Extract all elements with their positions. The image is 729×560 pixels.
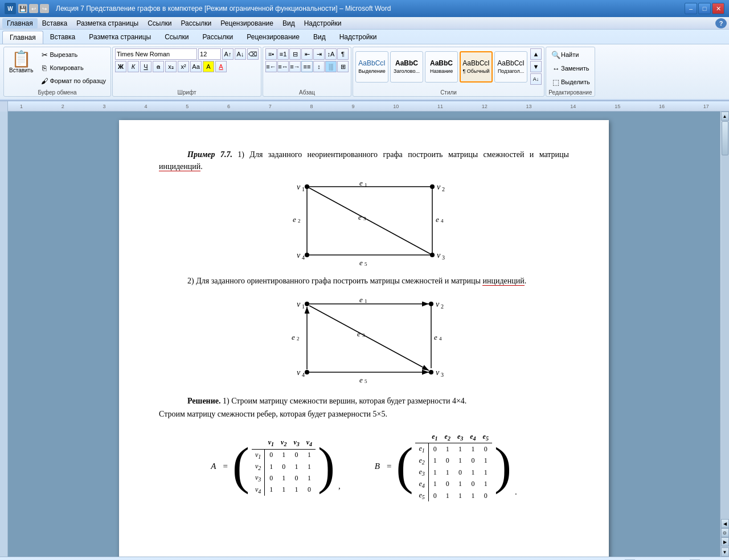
solution-bold-label: Решение. xyxy=(187,397,220,405)
underline-button[interactable]: Ч xyxy=(140,61,151,72)
paste-button[interactable]: 📋 Вставить xyxy=(6,48,36,75)
matrix-a-cell-44: 0 xyxy=(303,484,316,496)
format-painter-button[interactable]: 🖌 Формат по образцу xyxy=(37,75,108,87)
help-icon[interactable]: ? xyxy=(715,18,727,28)
word-app-icon: W xyxy=(5,3,16,14)
menu-mailings[interactable]: Рассылки xyxy=(176,18,216,28)
quick-save-icon[interactable]: 💾 xyxy=(18,4,27,13)
page-container[interactable]: Пример 7.7. 1) Для заданного неориентиро… xyxy=(8,112,720,557)
strikethrough-button[interactable]: а xyxy=(153,61,164,72)
close-button[interactable]: ✕ xyxy=(712,3,724,14)
align-left-button[interactable]: ≡← xyxy=(265,61,277,72)
styles-scroll-up[interactable]: ▲ xyxy=(530,48,542,60)
tab-page-layout[interactable]: Разметка страницы xyxy=(82,31,158,44)
tab-view[interactable]: Вид xyxy=(306,31,333,44)
font-size-input[interactable] xyxy=(198,48,221,60)
quick-undo-icon[interactable]: ↩ xyxy=(29,4,38,13)
scroll-prev-page[interactable]: ◀ xyxy=(721,519,729,528)
scroll-down-button[interactable]: ▼ xyxy=(721,547,729,557)
tab-home[interactable]: Главная xyxy=(2,31,43,44)
menu-references[interactable]: Ссылки xyxy=(143,18,176,28)
line-spacing-button[interactable]: ↕ xyxy=(313,61,325,72)
menu-insert[interactable]: Вставка xyxy=(38,18,72,28)
font-row-1: A↑ A↓ ⌫ xyxy=(115,48,259,60)
increase-indent-button[interactable]: ⇥ xyxy=(313,48,325,60)
bold-button[interactable]: Ж xyxy=(115,61,126,72)
scroll-thumb[interactable] xyxy=(722,121,728,155)
highlight-button[interactable]: А xyxy=(203,61,214,72)
matrices-area: A = ( v1 v2 v3 v4 xyxy=(159,431,569,501)
style-box-heading[interactable]: AaBbC Заголово... xyxy=(390,51,423,83)
menu-addins[interactable]: Надстройки xyxy=(300,18,346,28)
font-color-button[interactable]: А xyxy=(215,61,227,72)
numbering-button[interactable]: ≡1 xyxy=(277,48,289,60)
scroll-bottom-buttons: ◀ ⊙ ▶ xyxy=(721,519,729,546)
sort-button[interactable]: ↕A xyxy=(325,48,337,60)
list-buttons-row: ≡• ≡1 ⊟ ⇤ ⇥ ↕A ¶ xyxy=(265,48,349,60)
scroll-next-page[interactable]: ▶ xyxy=(721,537,729,546)
scroll-up-button[interactable]: ▲ xyxy=(721,112,729,121)
align-buttons-row: ≡← ≡↔ ≡→ ≡≡ ↕ ░ ⊞ xyxy=(265,61,349,72)
multilevel-button[interactable]: ⊟ xyxy=(289,48,301,60)
replace-button[interactable]: ↔ Заменить xyxy=(548,62,591,75)
style-box-normal[interactable]: AaBbCcI ¶ Обычный xyxy=(460,51,493,83)
style-box-selection[interactable]: AaBbCcI Выделение xyxy=(355,51,388,83)
shading-button[interactable]: ░ xyxy=(325,61,337,72)
clear-format-button[interactable]: ⌫ xyxy=(247,48,259,60)
matrix-a-rh2: v2 xyxy=(252,461,265,472)
tab-addins[interactable]: Надстройки xyxy=(333,31,384,44)
change-styles-button[interactable]: А↓ xyxy=(530,73,542,85)
font-case-button[interactable]: Аа xyxy=(190,61,202,72)
svg-text:e: e xyxy=(358,213,362,221)
tab-insert[interactable]: Вставка xyxy=(43,31,83,44)
svg-text:v: v xyxy=(437,251,441,260)
copy-button[interactable]: ⎘ Копировать xyxy=(37,61,108,74)
menu-view[interactable]: Вид xyxy=(278,18,300,28)
matrix-b-cell-42: 0 xyxy=(441,479,454,490)
bullets-button[interactable]: ≡• xyxy=(265,48,277,60)
style-preview-title: AaBbC xyxy=(430,59,453,67)
scrollbar-right[interactable]: ▲ ◀ ⊙ ▶ ▼ xyxy=(720,112,729,557)
svg-text:v: v xyxy=(436,300,440,308)
matrix-a-cell-13: 0 xyxy=(290,449,302,461)
matrix-b-h1: e1 xyxy=(428,431,441,443)
font-name-input[interactable] xyxy=(115,48,197,60)
matrix-b-h4: e4 xyxy=(466,431,479,443)
minimize-button[interactable]: – xyxy=(685,3,697,14)
scroll-track[interactable] xyxy=(721,121,729,519)
ribbon-content: 📋 Вставить ✂ Вырезать ⎘ Копировать 🖌 Фор… xyxy=(0,44,729,99)
menu-review[interactable]: Рецензирование xyxy=(216,18,278,28)
style-box-title[interactable]: AaBbC Название xyxy=(425,51,458,83)
find-button[interactable]: 🔍 Найти xyxy=(548,48,581,61)
document-page[interactable]: Пример 7.7. 1) Для заданного неориентиро… xyxy=(119,120,609,557)
matrix-b-cell-35: 1 xyxy=(480,467,492,478)
show-marks-button[interactable]: ¶ xyxy=(337,48,349,60)
example-paragraph-2: 2) Для заданного ориентированного графа … xyxy=(159,275,569,287)
select-button[interactable]: ⬚ Выделить xyxy=(548,76,592,88)
align-right-button[interactable]: ≡→ xyxy=(289,61,301,72)
borders-button[interactable]: ⊞ xyxy=(337,61,349,72)
matrix-a-cell-43: 1 xyxy=(290,484,302,496)
tab-references[interactable]: Ссылки xyxy=(158,31,195,44)
svg-text:v: v xyxy=(297,251,301,260)
shrink-font-button[interactable]: A↓ xyxy=(235,48,246,60)
decrease-indent-button[interactable]: ⇤ xyxy=(301,48,313,60)
justify-button[interactable]: ≡≡ xyxy=(301,61,313,72)
quick-redo-icon[interactable]: ↪ xyxy=(40,4,49,13)
style-box-subtitle[interactable]: AaBbCcI Подзагол... xyxy=(494,51,527,83)
menu-page-layout[interactable]: Разметка страницы xyxy=(72,18,143,28)
matrix-a-cell-11: 0 xyxy=(265,449,277,461)
cut-button[interactable]: ✂ Вырезать xyxy=(37,48,108,61)
styles-scroll-down[interactable]: ▼ xyxy=(530,61,542,72)
superscript-button[interactable]: x² xyxy=(178,61,189,72)
graph2-svg: v 1 v 2 v 3 v 4 e 1 e 2 e xyxy=(273,295,455,386)
menu-home[interactable]: Главная xyxy=(2,18,38,28)
maximize-button[interactable]: □ xyxy=(698,3,711,14)
align-center-button[interactable]: ≡↔ xyxy=(277,61,289,72)
tab-mailings[interactable]: Рассылки xyxy=(195,31,240,44)
subscript-button[interactable]: x₂ xyxy=(165,61,177,72)
tab-review[interactable]: Рецензирование xyxy=(240,31,306,44)
style-preview-selection: AaBbCcI xyxy=(358,59,385,67)
italic-button[interactable]: К xyxy=(128,61,139,72)
grow-font-button[interactable]: A↑ xyxy=(222,48,234,60)
